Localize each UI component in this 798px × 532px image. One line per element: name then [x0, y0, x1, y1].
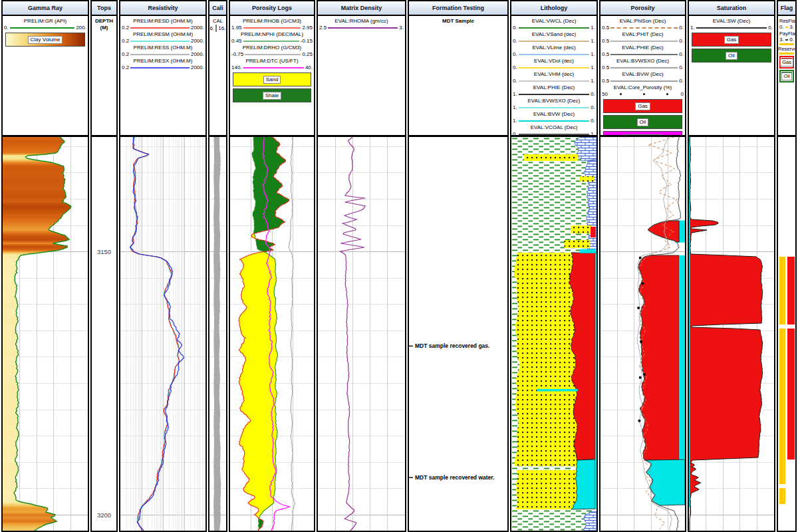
track-title-resistivity[interactable]: Resistivity	[120, 1, 205, 16]
porosity-dot-markers	[609, 93, 680, 95]
lithology-curve-name: EVAL:VDol (dec)	[513, 58, 595, 65]
svg-text:3150: 3150	[97, 248, 111, 255]
resistivity-scale-right: 2000.	[191, 25, 204, 31]
resistivity-curve-scale: 0.22000.	[122, 51, 204, 57]
lithology-curve-label: EVAL:PHIE (Dec)1.0.	[513, 84, 595, 97]
cali-curve-name: CAL	[211, 18, 225, 25]
lithology-scale-right: 0.	[591, 104, 595, 110]
porosity-curve-label: EVAL:PHIE (Dec)0.50.	[602, 45, 684, 57]
track-plot-tops[interactable]: 31503200	[92, 137, 116, 531]
lithology-scale-line	[519, 134, 590, 135]
porosity-logs-scale-left: 140.	[231, 65, 242, 70]
porosity-scale-line	[610, 67, 678, 68]
track-title-porosity-logs[interactable]: Porosity Logs	[230, 1, 314, 16]
track-header-content-tops: DEPTH(M)	[92, 16, 116, 31]
track-plot-lithology[interactable]	[511, 137, 597, 531]
lithology-scale-left: 0.	[513, 25, 517, 31]
flag-reservoir-bar	[779, 53, 794, 55]
porosity-curve-name: EVAL:PhiSon (Dec)	[602, 18, 684, 25]
track-title-gamma-ray[interactable]: Gamma Ray	[3, 1, 88, 16]
track-body-flag[interactable]	[777, 136, 797, 532]
porosity-curve-name: EVAL:BVW (Dec)	[602, 71, 684, 78]
tops-header-text-line: (M)	[92, 25, 116, 31]
track-plot-flag[interactable]	[778, 137, 795, 531]
lithology-scale-left: 0.	[513, 38, 517, 44]
track-plot-gamma-ray[interactable]	[3, 137, 88, 531]
track-plot-formation-testing[interactable]: MDT sample recovered gas.MDT sample reco…	[409, 137, 507, 531]
lithology-curve-name: EVAL:VHM (dec)	[513, 71, 595, 78]
porosity-logs-curve-label: PRELIM:RHOB (G/CM3)1.952.95	[231, 18, 313, 31]
track-title-matrix-density[interactable]: Matrix Density	[318, 1, 405, 16]
track-header-porosity: PorosityEVAL:PhiSon (Dec)0.50.EVAL:PHIT …	[599, 0, 686, 136]
track-body-matrix-density[interactable]	[317, 136, 406, 532]
resistivity-curve-name: PRELIM:RESD (OHM.M)	[122, 18, 204, 25]
track-title-flag[interactable]: Flag	[778, 1, 795, 16]
porosity-scale-left: 0.5	[602, 51, 609, 57]
track-title-tops[interactable]: Tops	[92, 1, 116, 16]
track-header-lithology: LithologyEVAL:VWCL (Dec)0.1.EVAL:VSand (…	[510, 0, 598, 136]
track-body-resistivity[interactable]	[119, 136, 207, 532]
porosity-curve-label: EVAL:BVWSXO (Dec)0.50.	[602, 58, 684, 70]
porosity-curve-scale: 0.50.	[602, 65, 684, 70]
track-body-cali[interactable]	[208, 136, 227, 532]
track-porosity: PorosityEVAL:PhiSon (Dec)0.50.EVAL:PHIT …	[599, 0, 686, 532]
lithology-scale-line	[519, 67, 590, 68]
porosity-swatch-label: Gas	[635, 102, 650, 110]
track-header-content-porosity: EVAL:PhiSon (Dec)0.50.EVAL:PHIT (Dec)0.5…	[600, 16, 685, 136]
track-plot-cali[interactable]	[209, 137, 226, 531]
track-plot-porosity[interactable]	[600, 137, 685, 531]
porosity-curve-name: EVAL:Core_Porosity (%)	[602, 84, 684, 91]
track-header-matrix-density: Matrix DensityEVAL:RHOMA (gm/cc)2.53.	[317, 0, 406, 136]
lithology-scale-right: 0.	[591, 118, 595, 124]
track-body-gamma-ray[interactable]	[1, 136, 89, 532]
porosity-swatch-label: Oil	[637, 118, 649, 126]
resistivity-scale-right: 2000.	[191, 38, 204, 44]
track-plot-matrix-density[interactable]	[318, 137, 405, 531]
lithology-curve-label: EVAL:VDol (dec)0.1.	[513, 58, 595, 70]
lithology-curve-label: EVAL:BVW (Dec)1.0.	[513, 111, 595, 124]
lithology-scale-line	[519, 54, 590, 55]
track-body-saturation[interactable]	[688, 136, 775, 532]
track-title-cali[interactable]: Cali	[209, 1, 226, 16]
porosity-logs-curve-scale: -0.750.25	[231, 51, 313, 57]
porosity-swatch-moveable-gas: Moveable Gas	[603, 131, 682, 136]
track-body-formation-testing[interactable]: MDT sample recovered gas.MDT sample reco…	[408, 136, 509, 532]
gamma-ray-curve-name: PRELIM:GR (API)	[4, 18, 86, 25]
track-header-content-lithology: EVAL:VWCL (Dec)0.1.EVAL:VSand (dec)0.1.E…	[511, 16, 597, 136]
flag-reservoir-label: Reservo	[778, 46, 795, 52]
track-plot-resistivity[interactable]	[120, 137, 205, 531]
track-body-lithology[interactable]	[510, 136, 598, 532]
porosity-logs-curve-scale: 0.45-0.15	[231, 38, 313, 44]
saturation-swatch-label: Gas	[724, 36, 739, 44]
track-title-lithology[interactable]: Lithology	[511, 1, 597, 16]
track-body-porosity-logs[interactable]	[229, 136, 315, 532]
porosity-logs-curve-name: PRELIM:DRHO (G/CM3)	[231, 45, 313, 51]
track-header-content-flag: ResFlag0.3.PayFlag3.0.ReservoGasOil	[778, 16, 795, 82]
lithology-scale-right: 1.	[591, 51, 595, 57]
track-formation-testing: Formation TestingMDT SampleMDT sample re…	[408, 0, 509, 532]
resistivity-curve-scale: 0.22000.	[122, 38, 204, 44]
saturation-swatch-oil: Oil	[692, 49, 771, 63]
lithology-curve-scale: 0.1.	[513, 78, 595, 84]
formation-testing-header-text-line: MDT Sample	[409, 18, 507, 25]
resistivity-curve-name: PRELIM:RESS (OHM.M)	[122, 45, 204, 51]
track-flag: FlagResFlag0.3.PayFlag3.0.ReservoGasOil	[777, 0, 797, 532]
saturation-swatch-gas: Gas	[692, 33, 771, 47]
track-cali: CaliCAL6.16.	[208, 0, 227, 532]
resistivity-scale-left: 0.2	[122, 51, 129, 57]
lithology-curve-label: EVAL:VLime (dec)0.1.	[513, 45, 595, 57]
porosity-logs-swatch-label: Shale	[263, 92, 281, 100]
track-title-porosity[interactable]: Porosity	[600, 1, 685, 16]
lithology-curve-name: EVAL:VLime (dec)	[513, 45, 595, 51]
porosity-logs-curve-name: PRELIM:NPHI (DECIMAL)	[231, 31, 313, 38]
saturation-curve-scale: 1.0.	[690, 25, 773, 31]
track-body-tops[interactable]: 31503200	[90, 136, 118, 532]
track-header-content-resistivity: PRELIM:RESD (OHM.M)0.22000.PRELIM:RESM (…	[120, 16, 205, 70]
lithology-scale-right: 1.	[591, 65, 595, 70]
track-title-saturation[interactable]: Saturation	[689, 1, 774, 16]
resistivity-scale-left: 0.2	[122, 25, 129, 31]
track-plot-porosity-logs[interactable]	[230, 137, 314, 531]
track-title-formation-testing[interactable]: Formation Testing	[409, 1, 507, 16]
track-plot-saturation[interactable]	[689, 137, 774, 531]
track-body-porosity[interactable]	[599, 136, 686, 532]
